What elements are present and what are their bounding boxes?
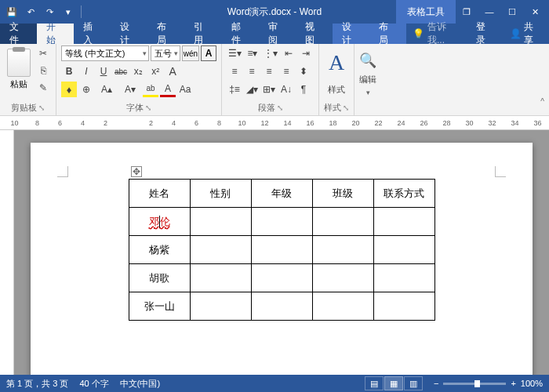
table-cell[interactable] xyxy=(373,208,434,236)
vertical-ruler[interactable] xyxy=(0,130,14,375)
table-cell[interactable]: 邓伦 xyxy=(129,208,190,236)
status-words[interactable]: 40 个字 xyxy=(79,378,108,390)
align-right-button[interactable]: ≡ xyxy=(261,64,277,79)
increase-indent-button[interactable]: ⇥ xyxy=(298,45,314,61)
tab-insert[interactable]: 插入 xyxy=(74,24,111,44)
view-web-button[interactable]: ▥ xyxy=(404,376,423,390)
share-button[interactable]: 👤共享 xyxy=(502,24,549,44)
table-header-cell[interactable]: 班级 xyxy=(312,180,373,208)
change-case-button[interactable]: Aa xyxy=(177,82,193,97)
bullets-button[interactable]: ☰▾ xyxy=(227,45,243,61)
table-header-cell[interactable]: 联系方式 xyxy=(373,180,434,208)
sort-button[interactable]: A↓ xyxy=(278,82,294,97)
tab-layout[interactable]: 布局 xyxy=(147,24,184,44)
maximize-button[interactable]: ☐ xyxy=(501,0,523,24)
multilevel-button[interactable]: ⋮▾ xyxy=(262,45,279,61)
tab-references[interactable]: 引用 xyxy=(184,24,221,44)
find-icon[interactable]: 🔍 xyxy=(359,52,376,69)
tab-home[interactable]: 开始 xyxy=(37,24,74,44)
character-shading-button[interactable]: ♦ xyxy=(61,82,77,97)
justify-button[interactable]: ≡ xyxy=(278,64,294,79)
table-cell[interactable] xyxy=(190,264,251,292)
tab-table-design[interactable]: 设计 xyxy=(333,24,369,44)
qat-more-button[interactable]: ▾ xyxy=(60,3,77,20)
table-cell[interactable] xyxy=(251,208,312,236)
shrink-font-button[interactable]: A▾ xyxy=(119,82,141,97)
tab-file[interactable]: 文件 xyxy=(0,24,37,44)
table-cell[interactable] xyxy=(190,236,251,264)
format-painter-button[interactable]: ✎ xyxy=(35,80,51,96)
numbering-button[interactable]: ≡▾ xyxy=(245,45,260,61)
bold-button[interactable]: B xyxy=(61,64,77,79)
borders-button[interactable]: ⊞▾ xyxy=(261,82,277,97)
table-cell[interactable] xyxy=(312,292,373,321)
line-spacing-button[interactable]: ‡≡ xyxy=(227,82,242,97)
shading-button[interactable]: ◢▾ xyxy=(244,82,260,97)
table-cell[interactable]: 杨紫 xyxy=(129,236,190,264)
table-header-cell[interactable]: 姓名 xyxy=(129,180,190,208)
italic-button[interactable]: I xyxy=(78,64,94,79)
table-cell[interactable]: 胡歌 xyxy=(129,264,190,292)
styles-button[interactable]: A xyxy=(324,45,349,80)
tab-mail[interactable]: 邮件 xyxy=(222,24,259,44)
align-left-button[interactable]: ≡ xyxy=(227,64,242,79)
text-effects-button[interactable]: A xyxy=(165,64,180,79)
highlight-button[interactable]: ab xyxy=(143,82,158,97)
phonetic-guide-button[interactable]: wén xyxy=(182,45,199,61)
zoom-in-button[interactable]: + xyxy=(511,379,515,388)
font-color-button[interactable]: A xyxy=(160,82,176,97)
status-language[interactable]: 中文(中国) xyxy=(120,378,160,390)
table-cell[interactable] xyxy=(251,292,312,321)
editing-button[interactable]: 编辑 xyxy=(359,74,376,85)
table-cell[interactable] xyxy=(190,208,251,236)
view-read-button[interactable]: ▤ xyxy=(365,376,384,390)
horizontal-ruler[interactable]: 10864224681012141618202224262830323436 xyxy=(0,116,549,130)
copy-button[interactable]: ⎘ xyxy=(35,63,51,78)
zoom-slider[interactable] xyxy=(443,383,506,385)
table-cell[interactable] xyxy=(373,292,434,321)
login-button[interactable]: 登录 xyxy=(468,24,502,44)
table-cell[interactable] xyxy=(312,264,373,292)
table-move-handle[interactable]: ✥ xyxy=(131,166,142,177)
table-cell[interactable] xyxy=(373,236,434,264)
dialog-launcher-icon[interactable]: ⤡ xyxy=(277,103,283,112)
save-icon[interactable]: 💾 xyxy=(3,3,20,20)
undo-button[interactable]: ↶ xyxy=(22,3,39,20)
underline-button[interactable]: U xyxy=(96,64,111,79)
view-print-button[interactable]: ▦ xyxy=(384,376,403,390)
cut-button[interactable]: ✂ xyxy=(35,45,51,61)
zoom-level[interactable]: 100% xyxy=(521,379,543,388)
dialog-launcher-icon[interactable]: ⤡ xyxy=(145,103,151,112)
enclose-char-button[interactable]: ⊕ xyxy=(78,82,94,97)
char-border-button[interactable]: A xyxy=(201,45,216,61)
tell-me-input[interactable]: 💡告诉我... xyxy=(406,24,468,44)
superscript-button[interactable]: x² xyxy=(147,64,163,79)
grow-font-button[interactable]: A▴ xyxy=(96,82,118,97)
strikethrough-button[interactable]: abc xyxy=(113,64,129,79)
tab-table-layout[interactable]: 布局 xyxy=(369,24,406,44)
dialog-launcher-icon[interactable]: ⤡ xyxy=(38,103,45,112)
subscript-button[interactable]: x₂ xyxy=(130,64,146,79)
tab-design[interactable]: 设计 xyxy=(111,24,147,44)
document-table[interactable]: 姓名 性别 年级 班级 联系方式 邓伦 杨紫 胡歌 xyxy=(129,179,435,321)
font-name-select[interactable]: 等线 (中文正文) xyxy=(61,45,149,61)
status-page[interactable]: 第 1 页，共 3 页 xyxy=(6,378,68,390)
table-cell[interactable] xyxy=(190,292,251,321)
font-size-select[interactable]: 五号 xyxy=(151,45,180,61)
distributed-button[interactable]: ⬍ xyxy=(296,64,311,79)
zoom-out-button[interactable]: − xyxy=(434,379,438,388)
page[interactable]: ✥ 姓名 性别 年级 班级 联系方式 邓伦 杨紫 胡歌 xyxy=(31,143,533,375)
table-cell[interactable]: 张一山 xyxy=(129,292,190,321)
align-center-button[interactable]: ≡ xyxy=(244,64,260,79)
table-cell[interactable] xyxy=(251,264,312,292)
show-marks-button[interactable]: ¶ xyxy=(296,82,311,97)
table-header-cell[interactable]: 性别 xyxy=(190,180,251,208)
paste-button[interactable]: 粘贴 xyxy=(5,45,33,90)
dialog-launcher-icon[interactable]: ⤡ xyxy=(343,103,349,112)
table-cell[interactable] xyxy=(312,236,373,264)
table-header-cell[interactable]: 年级 xyxy=(251,180,312,208)
tab-review[interactable]: 审阅 xyxy=(259,24,296,44)
table-cell[interactable] xyxy=(373,264,434,292)
decrease-indent-button[interactable]: ⇤ xyxy=(281,45,296,61)
tab-view[interactable]: 视图 xyxy=(296,24,333,44)
